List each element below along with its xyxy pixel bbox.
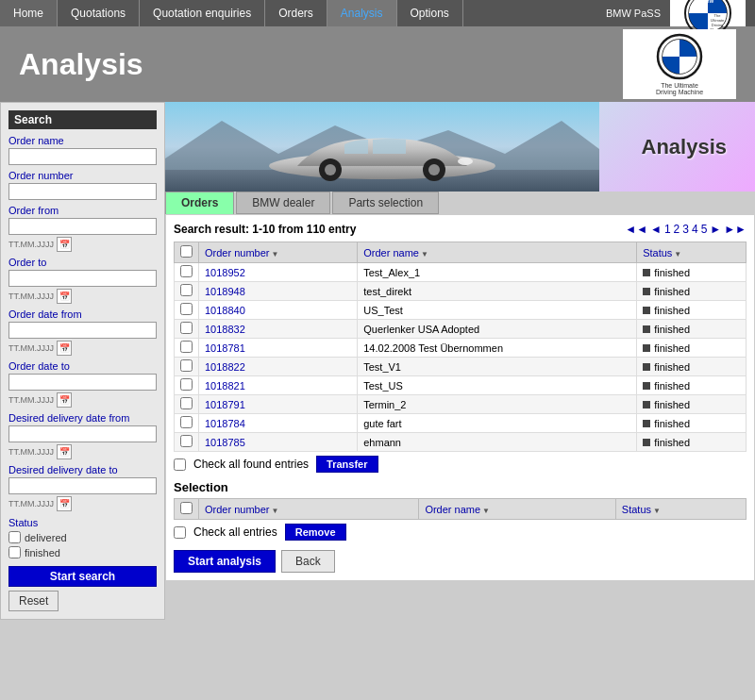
selection-th-select-all (175, 499, 199, 520)
order-row-checkbox[interactable] (180, 397, 193, 409)
tab-parts-selection[interactable]: Parts selection (332, 192, 439, 214)
bmw-pass-label: BMW PaSS (606, 8, 661, 19)
pagination-page-2[interactable]: 2 (674, 223, 680, 236)
order-status-cell: finished (637, 395, 747, 414)
delivery-date-to-calendar-icon[interactable]: 📅 (57, 496, 72, 511)
check-all-selection-checkbox[interactable] (174, 526, 186, 539)
pagination-next[interactable]: ► (710, 223, 721, 236)
start-search-button[interactable]: Start search (8, 566, 157, 587)
delivery-date-from-label: Desired delivery date from (8, 412, 157, 424)
order-to-input[interactable] (8, 270, 157, 287)
tab-orders[interactable]: Orders (165, 192, 234, 214)
order-row-checkbox[interactable] (180, 341, 193, 353)
order-name-cell: Querlenker USA Adopted (358, 320, 637, 339)
back-button[interactable]: Back (281, 550, 335, 573)
order-date-from-calendar-icon[interactable]: 📅 (57, 341, 72, 356)
order-row-checkbox[interactable] (180, 284, 193, 296)
main-layout: Search Order name Order number Order fro… (0, 102, 755, 620)
start-analysis-button[interactable]: Start analysis (174, 550, 276, 573)
delivery-date-to-input[interactable] (8, 477, 157, 494)
order-number-input[interactable] (8, 183, 157, 200)
th-status-label: Status (643, 247, 672, 258)
order-row-checkbox[interactable] (180, 303, 193, 315)
pagination-page-5[interactable]: 5 (701, 223, 708, 236)
nav-right: BMW PaSS BMW The Ultimate Driving Machin… (596, 0, 755, 26)
order-row: 1018785 ehmann finished (175, 433, 747, 452)
check-all-found-checkbox[interactable] (174, 458, 186, 471)
pagination-first[interactable]: ◄◄ (625, 223, 647, 236)
transfer-button[interactable]: Transfer (316, 456, 378, 473)
selection-title: Selection (174, 480, 747, 494)
bmw-logo-box: BMW The Ultimate Driving Machine (670, 0, 746, 26)
order-from-input[interactable] (8, 218, 157, 235)
order-number-link[interactable]: 1018791 (205, 399, 245, 410)
order-number-link[interactable]: 1018781 (205, 342, 245, 354)
status-delivered-checkbox[interactable] (8, 531, 21, 543)
order-date-to-label: Order date to (8, 360, 157, 372)
reset-button[interactable]: Reset (8, 591, 59, 611)
order-row: 1018948 test_direkt finished (175, 282, 747, 301)
pagination-page-4[interactable]: 4 (692, 223, 698, 236)
nav-home[interactable]: Home (0, 0, 58, 26)
delivery-date-from-calendar-icon[interactable]: 📅 (57, 444, 72, 459)
delivery-date-from-hint: TT.MM.JJJJ (8, 447, 54, 457)
status-finished-checkbox[interactable] (8, 546, 21, 558)
orders-table: Order number Order name Status 1018952 T… (174, 242, 747, 452)
status-finished-row: finished (8, 546, 157, 558)
status-label: Status (8, 517, 157, 528)
th-order-name: Order name (358, 242, 637, 263)
check-all-found-row: Check all found entries Transfer (174, 456, 747, 473)
order-row: 1018822 Test_V1 finished (175, 358, 747, 376)
order-name-cell: Test_V1 (358, 358, 637, 376)
nav-orders[interactable]: Orders (265, 0, 327, 26)
selection-th-order-number: Order number (199, 499, 419, 520)
order-from-label: Order from (8, 205, 157, 216)
order-from-date-hint: TT.MM.JJJJ (8, 240, 54, 249)
order-row-checkbox[interactable] (180, 359, 193, 372)
order-to-date-hint: TT.MM.JJJJ (8, 292, 54, 301)
order-date-from-input[interactable] (8, 322, 157, 339)
order-to-calendar-icon[interactable]: 📅 (57, 289, 72, 304)
order-number-link[interactable]: 1018948 (205, 286, 245, 297)
order-row: 1018952 Test_Alex_1 finished (175, 263, 747, 282)
tab-bmw-dealer[interactable]: BMW dealer (236, 192, 330, 214)
order-row-checkbox[interactable] (180, 322, 193, 334)
delivery-date-from-input[interactable] (8, 425, 157, 442)
order-row-checkbox[interactable] (180, 265, 193, 277)
nav-analysis[interactable]: Analysis (327, 0, 397, 26)
nav-options[interactable]: Options (397, 0, 463, 26)
order-from-calendar-icon[interactable]: 📅 (57, 237, 72, 252)
nav-quotations[interactable]: Quotations (58, 0, 140, 26)
nav-quotation-enquiries[interactable]: Quotation enquiries (140, 0, 265, 26)
order-name-input[interactable] (8, 148, 157, 165)
order-row: 1018840 US_Test finished (175, 301, 747, 320)
order-status-cell: finished (637, 301, 747, 320)
pagination-prev[interactable]: ◄ (650, 223, 662, 236)
tab-bar: Orders BMW dealer Parts selection (165, 192, 755, 214)
order-row-checkbox[interactable] (180, 435, 193, 447)
order-number-link[interactable]: 1018952 (205, 267, 245, 278)
remove-button[interactable]: Remove (285, 524, 346, 541)
delivery-date-to-label: Desired delivery date to (8, 464, 157, 475)
order-date-to-calendar-icon[interactable]: 📅 (57, 392, 72, 408)
order-number-link[interactable]: 1018784 (205, 418, 245, 429)
order-number-link[interactable]: 1018832 (205, 324, 245, 335)
order-to-label: Order to (8, 257, 157, 268)
pagination-page-1[interactable]: 1 (664, 223, 671, 236)
order-number-link[interactable]: 1018821 (205, 380, 245, 392)
pagination-page-3[interactable]: 3 (682, 223, 689, 236)
order-date-to-input[interactable] (8, 374, 157, 391)
order-name-cell: Test_Alex_1 (358, 263, 637, 282)
order-number-link[interactable]: 1018785 (205, 437, 245, 448)
order-name-cell: ehmann (358, 433, 637, 452)
header-logo: The Ultimate Driving Machine (623, 29, 736, 99)
check-all-selection-row: Check all entries Remove (174, 524, 747, 541)
order-row-checkbox[interactable] (180, 378, 193, 391)
order-number-link[interactable]: 1018822 (205, 361, 245, 373)
select-all-checkbox[interactable] (180, 245, 193, 258)
order-number-link[interactable]: 1018840 (205, 305, 245, 316)
order-row-checkbox[interactable] (180, 416, 193, 428)
selection-select-all-checkbox[interactable] (180, 502, 193, 514)
pagination-last[interactable]: ►► (724, 223, 747, 236)
th-order-number-label: Order number (205, 247, 269, 258)
